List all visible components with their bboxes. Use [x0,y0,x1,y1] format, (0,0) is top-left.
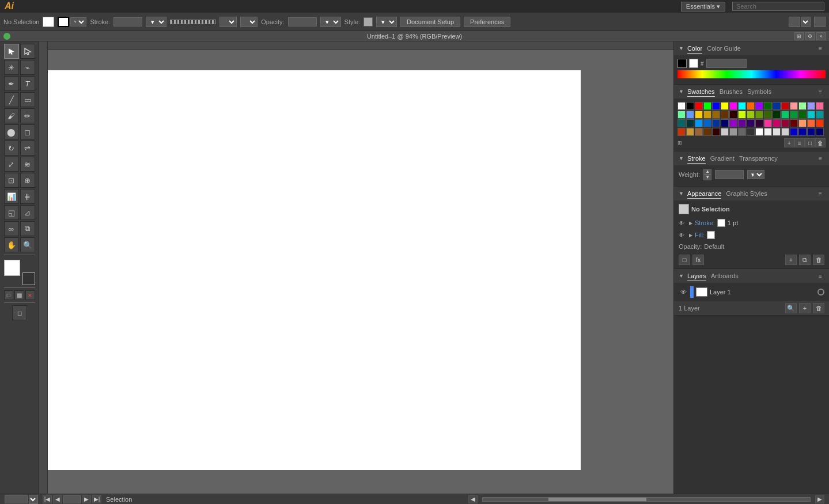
arrange-icon[interactable] [814,17,826,27]
stroke-weight-down[interactable]: ▼ [703,175,711,180]
fill-appearance-label[interactable]: Fill: [695,232,705,238]
swatch-cell[interactable] [755,102,763,110]
tab-stroke[interactable]: Stroke [687,154,706,164]
swatch-cell[interactable] [721,119,729,127]
swatch-cell[interactable] [738,128,746,136]
next-page-btn[interactable]: ▶ [82,495,91,503]
swatch-cell[interactable] [677,111,686,119]
artboard[interactable] [48,70,581,470]
column-graph-tool[interactable]: 📊 [4,189,19,204]
swatch-cell[interactable] [773,102,781,110]
swatch-options-btn[interactable]: ≡ [794,138,805,147]
blend-tool[interactable]: ∞ [4,221,19,236]
swatch-cell[interactable] [712,128,720,136]
appearance-panel-collapse[interactable]: ▼ [679,191,684,196]
color-gradient-bar[interactable] [677,70,826,78]
duplicate-appearance-btn[interactable]: ⧉ [799,255,811,265]
zoom-tool[interactable]: 🔍 [20,237,35,252]
close-doc-button[interactable]: × [816,32,826,40]
swatch-cell[interactable] [686,102,694,110]
horizontal-scrollbar[interactable] [482,497,811,502]
background-color-swatch[interactable] [22,272,35,285]
color-white-swatch[interactable] [689,59,698,68]
delete-appearance-btn[interactable]: 🗑 [813,255,824,265]
workspace-dropdown[interactable]: ▾ [801,17,811,27]
workspace-icon[interactable] [789,17,800,27]
swatch-cell[interactable] [703,119,711,127]
swatch-cell[interactable] [747,111,755,119]
swatch-cell[interactable] [721,111,729,119]
swatch-cell[interactable] [807,111,815,119]
layers-panel-collapse[interactable]: ▼ [679,273,684,279]
rotate-tool[interactable]: ↻ [4,141,19,156]
add-swatch-btn[interactable]: + [784,138,794,147]
swatch-cell[interactable] [807,128,815,136]
swatch-cell[interactable] [695,128,703,136]
arrange-docs-button[interactable]: ⊞ [794,32,804,40]
scale-tool[interactable]: ⤢ [4,157,19,172]
stroke-unit-select[interactable]: ▾ [747,170,764,179]
swatch-cell[interactable] [712,102,720,110]
table-row[interactable]: 👁 Layer 1 [676,285,827,299]
search-layers-btn[interactable]: 🔍 [785,303,797,313]
stroke-visibility-eye[interactable]: 👁 [679,220,687,226]
layer-name[interactable]: Layer 1 [710,289,815,295]
fx-btn[interactable]: fx [692,255,704,265]
swatch-cell[interactable] [781,119,789,127]
delete-swatch-btn[interactable]: 🗑 [815,138,826,147]
stroke-type-dropdown[interactable]: Uniform [219,17,237,27]
delete-layer-btn[interactable]: 🗑 [813,303,824,313]
zoom-dropdown[interactable]: ▾ [29,495,38,504]
search-input[interactable] [732,2,824,11]
swatch-cell[interactable] [729,119,737,127]
view-options-button[interactable]: ⚙ [805,32,815,40]
swatch-cell[interactable] [816,119,824,127]
warp-tool[interactable]: ≋ [20,157,35,172]
tab-color[interactable]: Color [687,44,702,54]
swatch-cell[interactable] [816,111,824,119]
swatch-cell[interactable] [695,102,703,110]
color-panel-collapse[interactable]: ▼ [679,46,684,51]
mesh-tool[interactable]: ⋕ [20,189,35,204]
stroke-unit-dropdown[interactable]: ▾ [146,17,166,27]
layers-panel-menu[interactable]: ≡ [816,273,824,279]
swatch-cell[interactable] [807,119,815,127]
doc-close-button[interactable] [3,33,10,40]
stroke-appearance-label[interactable]: Stroke: [695,219,715,226]
swatch-cell[interactable] [764,128,772,136]
tab-swatches[interactable]: Swatches [687,87,715,97]
tab-appearance[interactable]: Appearance [687,189,721,199]
swatch-cell[interactable] [755,119,763,127]
swatch-cell[interactable] [781,111,789,119]
fill-color-swatch-appearance[interactable] [707,231,715,239]
eraser-tool[interactable]: ◻ [20,124,35,139]
appearance-panel-menu[interactable]: ≡ [816,191,824,197]
swatches-type-icon[interactable]: ⊞ [677,140,682,146]
blob-brush-tool[interactable]: ⬤ [4,124,19,139]
line-tool[interactable]: ╱ [4,92,19,107]
swatches-panel-menu[interactable]: ≡ [816,89,824,95]
swatch-cell[interactable] [686,111,694,119]
tab-brushes[interactable]: Brushes [720,87,743,97]
stroke-weight-up[interactable]: ▲ [703,169,711,175]
stroke-weight-input[interactable]: 1 pt [113,17,142,26]
preferences-button[interactable]: Preferences [464,17,510,27]
swatches-panel-collapse[interactable]: ▼ [679,89,684,94]
last-page-btn[interactable]: ▶| [92,495,101,503]
swatch-cell[interactable] [755,111,763,119]
swatch-cell[interactable] [790,128,798,136]
tab-transparency[interactable]: Transparency [739,154,778,164]
color-panel-menu[interactable]: ≡ [816,46,824,52]
new-art-has-basic-appearance-btn[interactable]: □ [679,255,690,265]
swatch-cell[interactable] [798,111,807,119]
new-swatch-btn[interactable]: □ [805,138,815,147]
swatch-cell[interactable] [764,119,772,127]
fill-mode-btn[interactable]: □ [4,290,14,300]
direct-selection-tool[interactable] [20,44,35,59]
swatch-cell[interactable] [738,111,746,119]
tab-artboards[interactable]: Artboards [711,271,739,281]
tab-graphic-styles[interactable]: Graphic Styles [726,189,767,199]
stroke-expand-triangle[interactable]: ▶ [689,221,692,226]
none-mode-btn[interactable]: ✕ [25,290,35,300]
live-paint-tool[interactable]: ⧉ [20,221,35,236]
